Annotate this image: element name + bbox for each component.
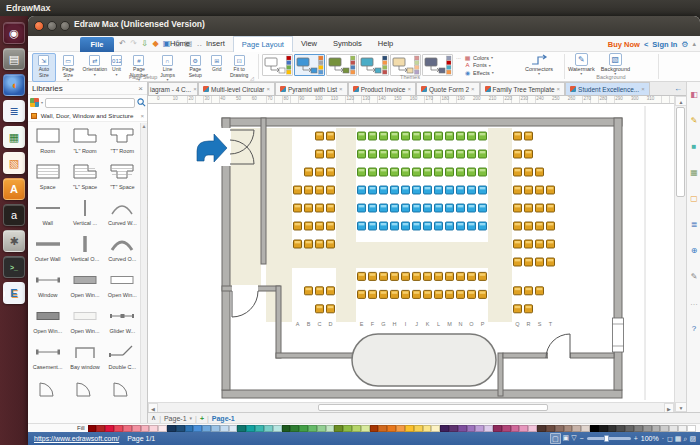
chevron-down-icon[interactable]: ▾ (190, 415, 193, 421)
color-swatch[interactable] (246, 425, 255, 432)
color-swatch[interactable] (625, 425, 634, 432)
sign-in-link[interactable]: Sign In (652, 40, 677, 49)
color-swatch[interactable] (88, 425, 97, 432)
libreoffice-impress-icon[interactable]: ▧ (3, 152, 25, 174)
zoom-in-button[interactable]: + (634, 434, 638, 443)
color-swatch[interactable] (370, 425, 379, 432)
collapse-ribbon-icon[interactable]: ▴ (692, 40, 696, 48)
color-swatch[interactable] (149, 425, 158, 432)
color-swatch[interactable] (599, 425, 608, 432)
library-shape-open-win-[interactable]: Open Win... (29, 303, 66, 339)
close-tab-icon[interactable]: × (471, 86, 475, 92)
close-tab-icon[interactable]: × (407, 86, 411, 92)
library-shape-open-win-[interactable]: Open Win... (66, 303, 103, 339)
close-tab-icon[interactable]: × (557, 86, 561, 92)
share-icon[interactable]: < (644, 40, 648, 49)
door-leaf[interactable] (232, 291, 258, 317)
library-shape-door[interactable] (29, 375, 66, 411)
theme-thumbnail-3[interactable] (326, 54, 357, 76)
color-swatch[interactable] (317, 425, 326, 432)
find-icon[interactable]: ⌕ (683, 434, 687, 443)
fill-panel-icon[interactable]: ■ (689, 142, 699, 152)
document-tab-2[interactable]: Multi-level Circular× (198, 82, 275, 95)
files-icon[interactable]: ▤ (3, 48, 25, 70)
color-swatch[interactable] (669, 425, 678, 432)
vertical-scrollbar[interactable]: ▲ ▼ (674, 96, 686, 412)
hyperlink-panel-icon[interactable]: ⊕ (689, 246, 699, 256)
document-tab-5[interactable]: Quote Form 2× (416, 82, 480, 95)
pan-icon[interactable]: ▽ (571, 433, 576, 444)
zoom-level[interactable]: 100% (641, 435, 659, 442)
color-swatch[interactable] (167, 425, 176, 432)
document-tab-3[interactable]: Pyramid with List× (275, 82, 348, 95)
color-swatch[interactable] (220, 425, 229, 432)
system-settings-icon[interactable]: ✱ (3, 230, 25, 252)
library-shape-room[interactable]: Room (29, 123, 66, 159)
seat-block-right[interactable] (514, 132, 555, 313)
close-icon[interactable]: × (140, 110, 144, 122)
color-swatch[interactable] (202, 425, 211, 432)
wall-top[interactable] (222, 118, 622, 126)
window-maximize-button[interactable] (60, 21, 70, 31)
color-swatch[interactable] (590, 425, 599, 432)
library-shape-curved-o-[interactable]: Curved O... (104, 231, 141, 267)
edrawsoft-link[interactable]: https://www.edrawsoft.com/ (34, 435, 119, 442)
color-swatch[interactable] (193, 425, 202, 432)
library-shape-outer-wall[interactable]: Outer Wall (29, 231, 66, 267)
colors-button[interactable]: ▦Colors▾ (464, 54, 494, 61)
scroll-tabs-left-icon[interactable]: ← (674, 84, 682, 93)
file-button[interactable]: File (80, 37, 114, 52)
libreoffice-writer-icon[interactable]: ≣ (3, 100, 25, 122)
document-tab-4[interactable]: Product Invoice× (348, 82, 416, 95)
menu-tab-symbols[interactable]: Symbols (325, 36, 370, 52)
ubuntu-dash-icon[interactable]: ◉ (3, 22, 25, 44)
scrollbar-thumb[interactable] (676, 107, 685, 197)
color-swatch[interactable] (229, 425, 238, 432)
color-swatch[interactable] (608, 425, 617, 432)
library-shape-open-win-[interactable]: Open Win... (66, 267, 103, 303)
book-view-icon[interactable]: ▣ (563, 433, 570, 444)
library-shape-casement-[interactable]: Casement... (29, 339, 66, 375)
fonts-button[interactable]: AFonts▾ (464, 62, 494, 68)
color-swatch[interactable] (105, 425, 114, 432)
color-swatch[interactable] (405, 425, 414, 432)
theme-panel-icon[interactable]: ◧ (689, 90, 699, 100)
color-swatch[interactable] (423, 425, 432, 432)
theme-thumbnail-2[interactable] (294, 54, 325, 76)
library-shape--l-space[interactable]: "L" Space (66, 159, 103, 195)
interior-wall-horizontal[interactable] (570, 353, 614, 358)
color-swatch[interactable] (96, 425, 105, 432)
color-swatch[interactable] (634, 425, 643, 432)
interior-wall-horizontal[interactable] (276, 353, 356, 358)
library-shape-open-win-[interactable]: Open Win... (104, 267, 141, 303)
color-swatch[interactable] (572, 425, 581, 432)
color-swatch[interactable] (581, 425, 590, 432)
color-swatch[interactable] (237, 425, 246, 432)
color-swatch[interactable] (114, 425, 123, 432)
theme-thumbnail-6[interactable] (422, 54, 453, 76)
interior-wall-vertical[interactable] (498, 353, 503, 396)
window-close-button[interactable] (34, 21, 44, 31)
help-panel-icon[interactable]: ? (689, 324, 699, 334)
seat-block-left[interactable] (294, 132, 335, 313)
seat-blocks[interactable] (294, 132, 555, 313)
firefox-icon[interactable]: ◖ (3, 74, 25, 96)
library-shape-window[interactable]: Window (29, 267, 66, 303)
color-swatch[interactable] (308, 425, 317, 432)
library-shape--t-space[interactable]: "T" Space (104, 159, 141, 195)
menu-tab-insert[interactable]: Insert (198, 36, 233, 52)
menu-tab-home[interactable]: Home (162, 36, 198, 52)
color-swatch[interactable] (546, 425, 555, 432)
color-swatch[interactable] (273, 425, 282, 432)
buy-now-link[interactable]: Buy Now (608, 40, 640, 49)
software-center-icon[interactable]: A (3, 178, 25, 200)
redo-icon[interactable]: ↷ (129, 38, 138, 50)
scrollbar-thumb[interactable] (318, 404, 548, 411)
color-swatch[interactable] (326, 425, 335, 432)
edit-panel-icon[interactable]: ✎ (689, 272, 699, 282)
theme-thumbnail-4[interactable] (358, 54, 389, 76)
interior-wall-horizontal[interactable] (503, 353, 548, 358)
color-swatch[interactable] (255, 425, 264, 432)
color-swatch[interactable] (475, 425, 484, 432)
zoom-slider-thumb[interactable] (604, 435, 609, 442)
